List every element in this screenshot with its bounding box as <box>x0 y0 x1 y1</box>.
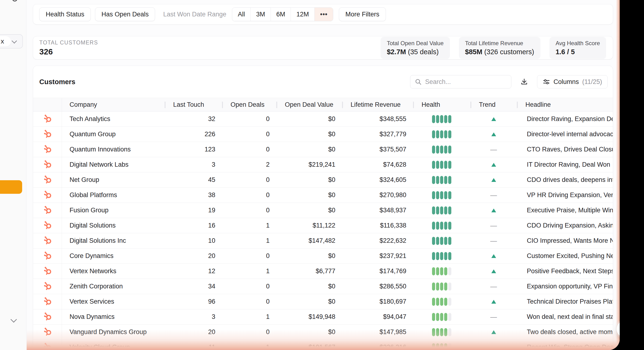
table-row[interactable]: Core Dynamics200$0$237,921Customer Excit… <box>33 248 613 264</box>
sidebar-active-item[interactable] <box>0 180 22 194</box>
customers-table-card: Customers Columns (11/25) <box>33 66 613 350</box>
header-cell-trend[interactable]: Trend <box>470 98 517 111</box>
lifetime-revenue-cell: $74,628 <box>342 157 413 172</box>
health-segment <box>436 206 439 214</box>
columns-button[interactable]: Columns (11/25) <box>537 75 608 88</box>
table-row[interactable]: Digital Solutions Inc101$147,482$222,632… <box>33 233 613 248</box>
health-segment <box>436 313 439 321</box>
health-cell <box>413 279 470 294</box>
last-touch-cell: 45 <box>164 173 222 187</box>
health-segment <box>440 328 443 336</box>
last-touch-cell: 226 <box>164 127 222 142</box>
table-toolbar-controls: Columns (11/25) <box>410 75 608 88</box>
table-row[interactable]: Velocity Cloud Group111$101,567$226,216—… <box>33 340 613 350</box>
health-segment <box>432 222 435 230</box>
open-deal-value-cell: $0 <box>276 248 342 263</box>
trend-up-icon <box>491 163 496 167</box>
table-row[interactable]: Vanguard Dynamics Group200$0$147,985Two … <box>33 325 613 340</box>
header-cell-last-touch[interactable]: Last Touch <box>164 98 222 111</box>
table-row[interactable]: Net Group450$0$324,605CDO drives deals, … <box>33 173 613 187</box>
table-toolbar: Customers Columns (11/25) <box>33 66 613 98</box>
health-bar <box>432 222 451 230</box>
sidebar-dropdown[interactable]: x <box>0 34 23 48</box>
filter-button-has-open-deals[interactable]: Has Open Deals <box>95 7 155 21</box>
range-option-3m[interactable]: 3M <box>250 7 270 21</box>
total-customers-label: TOTAL CUSTOMERS <box>39 39 98 46</box>
row-icon-cell <box>33 340 62 350</box>
headline-cell: CTO Raves, Drives Deal Closure <box>517 142 613 157</box>
header-cell-health[interactable]: Health <box>413 98 470 111</box>
trend-up-icon <box>491 178 496 182</box>
health-segment <box>448 130 451 138</box>
partial-logo-icon <box>12 0 18 1</box>
health-segment <box>448 313 451 321</box>
table-row[interactable]: Global Platforms380$0$270,980—VP HR Driv… <box>33 187 613 203</box>
trend-cell: — <box>470 340 517 350</box>
table-row[interactable]: Digital Network Labs32$219,241$74,628IT … <box>33 157 613 173</box>
last-touch-cell: 32 <box>164 112 222 127</box>
table-row[interactable]: Vertex Services960$0$180,697Technical Di… <box>33 294 613 309</box>
health-segment <box>436 328 439 336</box>
lifetime-revenue-cell: $237,921 <box>342 248 413 263</box>
columns-button-label: Columns <box>554 78 579 86</box>
health-segment <box>436 252 439 260</box>
headline-cell: Two deals closed, active momentum <box>517 325 613 340</box>
open-deals-cell: 0 <box>222 248 276 263</box>
health-segment <box>436 267 439 275</box>
health-segment <box>432 237 435 245</box>
search-input-container[interactable] <box>410 75 511 88</box>
filter-chips: Health StatusHas Open Deals <box>39 7 155 21</box>
range-filter-label: Last Won Date Range <box>163 11 226 18</box>
headline-cell: Technical Director Praises Platfor <box>517 294 613 309</box>
company-cell: Velocity Cloud Group <box>62 340 164 350</box>
last-touch-cell: 20 <box>164 248 222 263</box>
health-segment <box>432 115 435 123</box>
table-row[interactable]: Fusion Group190$0$348,937Executive Prais… <box>33 203 613 218</box>
header-cell-company[interactable]: Company <box>62 98 164 111</box>
health-bar <box>432 267 451 275</box>
health-cell <box>413 112 470 127</box>
download-button[interactable] <box>520 77 528 86</box>
range-option-more[interactable]: ••• <box>314 7 333 21</box>
sidebar-collapse-button[interactable] <box>12 317 16 322</box>
header-cell-open-deal-value[interactable]: Open Deal Value <box>276 98 342 111</box>
header-cell-open-deals[interactable]: Open Deals <box>222 98 276 111</box>
health-bar <box>432 130 451 138</box>
health-cell <box>413 203 470 218</box>
health-segment <box>444 252 447 260</box>
open-deal-value-cell: $0 <box>276 294 342 309</box>
health-bar <box>432 252 451 260</box>
health-segment <box>440 161 443 169</box>
range-option-6m[interactable]: 6M <box>270 7 291 21</box>
trend-cell <box>470 127 517 142</box>
range-option-all[interactable]: All <box>232 7 250 21</box>
range-option-12m[interactable]: 12M <box>290 7 314 21</box>
health-segment <box>444 313 447 321</box>
health-cell <box>413 264 470 279</box>
table-row[interactable]: Nova Dynamics31$149,948$94,047—Won deal,… <box>33 309 613 325</box>
help-button[interactable]: ? <box>616 321 620 338</box>
table-row[interactable]: Quantum Group2260$0$327,779Director-leve… <box>33 127 613 142</box>
table-row[interactable]: Quantum Innovations1230$0$375,507—CTO Ra… <box>33 142 613 157</box>
health-segment <box>436 161 439 169</box>
company-cell: Digital Network Labs <box>62 157 164 172</box>
filter-button-health-status[interactable]: Health Status <box>39 7 91 21</box>
table-row[interactable]: Digital Solutions161$11,122$116,338—CDO … <box>33 218 613 233</box>
health-cell <box>413 233 470 248</box>
hubspot-icon <box>42 113 53 125</box>
open-deal-value-cell: $0 <box>276 279 342 294</box>
health-segment <box>448 146 451 154</box>
search-input[interactable] <box>425 78 501 86</box>
health-segment <box>448 252 451 260</box>
header-cell-headline[interactable]: Headline <box>517 98 613 111</box>
table-row[interactable]: Vertex Networks121$6,777$174,769Positive… <box>33 264 613 279</box>
health-segment <box>440 130 443 138</box>
table-row[interactable]: Zenith Corporation340$0$286,550—Expansio… <box>33 279 613 294</box>
health-segment <box>432 191 435 199</box>
health-bar <box>432 146 451 154</box>
header-cell-icon <box>33 98 62 111</box>
table-row[interactable]: Tech Analytics320$0$348,555Director Ravi… <box>33 112 613 127</box>
health-bar <box>432 206 451 214</box>
more-filters-button[interactable]: More Filters <box>339 7 386 21</box>
header-cell-lifetime-revenue[interactable]: Lifetime Revenue <box>342 98 413 111</box>
